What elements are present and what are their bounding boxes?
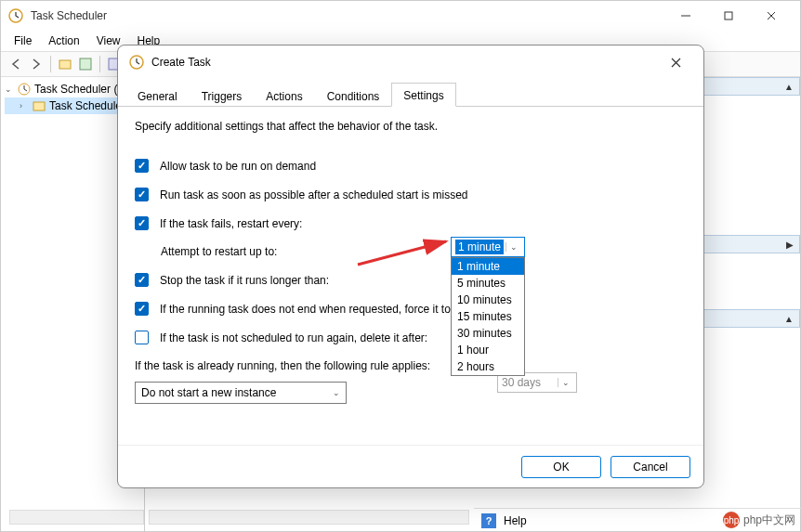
combo-restart-every[interactable]: 1 minute ⌄ [451, 237, 525, 257]
help-label[interactable]: Help [504, 514, 527, 527]
app-title: Task Scheduler [31, 9, 664, 22]
dropdown-option-1min[interactable]: 1 minute [452, 258, 524, 275]
menu-action[interactable]: Action [41, 32, 86, 49]
ok-button[interactable]: OK [521, 456, 601, 478]
setting-stop-longer: Stop the task if it runs longer than: [135, 273, 687, 287]
separator [50, 56, 51, 72]
checkbox-restart-every[interactable] [135, 216, 149, 230]
settings-description: Specify additional settings that affect … [135, 120, 687, 133]
setting-delete-after: If the task is not scheduled to run agai… [135, 331, 687, 344]
label-restart-every: If the task fails, restart every: [160, 217, 302, 230]
dialog-close-button[interactable] [659, 49, 692, 75]
scroll-up-icon[interactable]: ▲ [784, 82, 794, 92]
dropdown-restart-every: 1 minute 5 minutes 10 minutes 15 minutes… [451, 257, 525, 376]
svg-rect-6 [33, 102, 45, 110]
combo-rule[interactable]: Do not start a new instance ⌄ [135, 382, 347, 404]
label-attempt-restart: Attempt to restart up to: [161, 245, 687, 258]
clock-icon [129, 55, 144, 70]
svg-rect-2 [59, 60, 71, 69]
tree-child-label: Task Schedule [49, 99, 122, 112]
dialog-content: Specify additional settings that affect … [118, 107, 703, 445]
dropdown-option-10min[interactable]: 10 minutes [452, 292, 524, 308]
forward-icon[interactable] [27, 55, 46, 73]
label-force-stop: If the running task does not end when re… [160, 303, 463, 316]
scrollbar-track[interactable] [149, 510, 469, 525]
setting-force-stop: If the running task does not end when re… [135, 302, 687, 316]
expand-icon[interactable]: › [20, 101, 29, 110]
dropdown-option-30min[interactable]: 30 minutes [452, 325, 524, 342]
scrollbar-track[interactable] [9, 510, 144, 525]
minimize-button[interactable] [664, 2, 707, 30]
maximize-button[interactable] [707, 2, 750, 30]
checkbox-run-asap[interactable] [135, 188, 149, 201]
dialog-title: Create Task [151, 56, 659, 69]
back-icon[interactable] [7, 55, 25, 73]
combo-delete-value: 30 days [502, 376, 541, 389]
label-run-asap: Run task as soon as possible after a sch… [160, 188, 468, 201]
dropdown-option-5min[interactable]: 5 minutes [452, 275, 524, 292]
create-task-dialog: Create Task General Triggers Actions Con… [117, 45, 704, 488]
setting-restart-every: If the task fails, restart every: [135, 216, 687, 230]
combo-rule-value: Do not start a new instance [141, 386, 276, 399]
watermark-text: php中文网 [743, 513, 795, 528]
tab-conditions[interactable]: Conditions [315, 84, 392, 107]
collapse-icon[interactable]: ⌄ [5, 84, 14, 94]
label-allow-demand: Allow task to be run on demand [160, 160, 316, 173]
scroll-right-icon[interactable]: ▶ [786, 240, 794, 250]
scroll-up-icon[interactable]: ▲ [784, 314, 794, 324]
cancel-button[interactable]: Cancel [611, 456, 690, 478]
dialog-titlebar: Create Task [118, 45, 703, 79]
chevron-down-icon: ⌄ [558, 378, 572, 387]
separator [99, 56, 100, 72]
checkbox-delete-after[interactable] [135, 331, 149, 344]
combo-restart-value: 1 minute [455, 240, 504, 254]
setting-allow-demand: Allow task to be run on demand [135, 159, 687, 173]
titlebar: Task Scheduler [1, 1, 800, 31]
dropdown-option-15min[interactable]: 15 minutes [452, 308, 524, 325]
window-controls [664, 2, 793, 30]
close-button[interactable] [750, 2, 793, 30]
chevron-down-icon: ⌄ [333, 388, 340, 397]
svg-rect-3 [80, 58, 91, 70]
help-icon[interactable]: ? [481, 513, 496, 528]
label-rule-applies: If the task is already running, then the… [135, 359, 687, 372]
setting-run-asap: Run task as soon as possible after a sch… [135, 188, 687, 201]
tab-settings[interactable]: Settings [391, 83, 455, 107]
checkbox-force-stop[interactable] [135, 302, 149, 316]
menu-file[interactable]: File [7, 32, 39, 49]
tree-root-label: Task Scheduler (L [34, 83, 124, 96]
tab-triggers[interactable]: Triggers [190, 84, 255, 107]
dialog-footer: OK Cancel [118, 445, 703, 487]
refresh-icon[interactable] [76, 55, 95, 73]
svg-rect-1 [725, 12, 732, 19]
label-stop-longer: Stop the task if it runs longer than: [160, 274, 329, 287]
tab-actions[interactable]: Actions [254, 84, 314, 107]
tab-general[interactable]: General [125, 84, 190, 107]
app-icon [8, 8, 23, 23]
dialog-tabs: General Triggers Actions Conditions Sett… [118, 79, 703, 107]
chevron-down-icon: ⌄ [506, 242, 520, 252]
watermark-icon: php [723, 512, 740, 528]
checkbox-allow-demand[interactable] [135, 159, 149, 173]
label-delete-after: If the task is not scheduled to run agai… [160, 331, 427, 344]
watermark: php php中文网 [723, 512, 795, 528]
checkbox-stop-longer[interactable] [135, 273, 149, 287]
folder-icon[interactable] [56, 55, 74, 73]
dropdown-option-1hr[interactable]: 1 hour [452, 342, 524, 358]
dropdown-option-2hr[interactable]: 2 hours [452, 358, 524, 375]
